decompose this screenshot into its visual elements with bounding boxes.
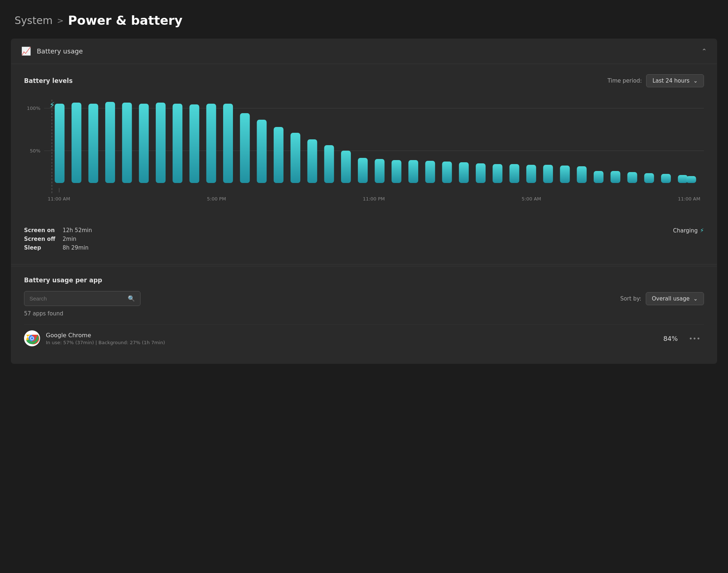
app-percent-chrome: 84% [663,335,678,342]
chevron-down-icon: ⌄ [693,77,698,84]
apps-found: 57 apps found [24,310,704,317]
battery-levels-header: Battery levels Time period: Last 24 hour… [24,74,704,87]
time-period-dropdown[interactable]: Last 24 hours ⌄ [646,74,704,87]
charging-label: Charging [673,227,698,234]
svg-rect-31 [560,166,570,183]
time-period-control: Time period: Last 24 hours ⌄ [608,74,704,87]
screen-off-value: 2min [63,236,76,242]
battery-levels-section: Battery levels Time period: Last 24 hour… [11,64,717,263]
svg-rect-39 [686,176,696,183]
sort-dropdown[interactable]: Overall usage ⌄ [646,292,704,305]
search-box[interactable]: 🔍 [24,291,141,306]
sort-label: Sort by: [620,295,641,302]
x-label-5am: 5:00 AM [522,196,541,202]
collapse-icon[interactable]: ⌃ [701,47,707,55]
battery-usage-label: Battery usage [37,47,83,55]
battery-usage-section-header[interactable]: 📈 Battery usage ⌃ [11,39,717,64]
app-more-button-chrome[interactable]: ••• [685,333,704,344]
svg-rect-10 [206,104,216,183]
svg-rect-26 [476,163,486,183]
svg-rect-21 [392,160,401,183]
battery-chart: 100% 50% ⚡ [24,96,704,220]
svg-rect-36 [644,173,654,183]
app-name-chrome: Google Chrome [46,332,663,339]
stats-left: Screen on 12h 52min Screen off 2min Slee… [24,227,92,251]
chart-svg: ⚡ [48,100,700,194]
sleep-row: Sleep 8h 29min [24,244,92,251]
breadcrumb: System > Power & battery [15,13,713,28]
screen-on-value: 12h 52min [63,227,92,234]
per-app-title: Battery usage per app [24,276,704,284]
search-input[interactable] [29,295,124,302]
svg-rect-6 [139,104,149,183]
svg-rect-38 [678,175,688,183]
svg-rect-14 [274,127,284,183]
svg-rect-2 [72,103,82,183]
svg-rect-32 [577,166,587,183]
svg-rect-5 [122,103,132,183]
svg-rect-34 [610,171,620,183]
svg-rect-7 [156,103,166,183]
svg-rect-15 [290,133,300,183]
svg-rect-16 [307,139,317,183]
svg-rect-28 [510,164,519,183]
svg-rect-27 [492,164,502,183]
sleep-label: Sleep [24,244,57,251]
svg-rect-19 [358,158,368,183]
app-detail-chrome: In use: 57% (37min) | Background: 27% (1… [46,340,663,345]
svg-rect-9 [189,104,199,183]
sort-value: Overall usage [652,295,690,302]
x-label-5pm: 5:00 PM [207,196,226,202]
svg-rect-33 [594,171,604,183]
app-info-chrome: Google Chrome In use: 57% (37min) | Back… [46,332,663,345]
page-header: System > Power & battery [0,0,728,39]
svg-rect-23 [425,161,435,183]
screen-off-label: Screen off [24,236,57,242]
page-title: Power & battery [68,13,183,28]
sort-control: Sort by: Overall usage ⌄ [620,292,704,305]
charging-badge: Charging ⚡ [673,227,704,234]
section-divider [11,264,717,264]
section-header-left: 📈 Battery usage [21,47,83,56]
svg-rect-35 [627,172,637,183]
svg-rect-1 [55,104,64,183]
x-label-11am2: 11:00 AM [678,196,700,202]
y-label-100: 100% [24,106,44,111]
svg-rect-8 [173,104,182,183]
svg-rect-13 [257,120,267,183]
search-icon: 🔍 [128,295,135,302]
battery-levels-title: Battery levels [24,77,73,84]
svg-rect-18 [341,151,351,183]
y-label-50: 50% [24,148,44,154]
battery-usage-card: 📈 Battery usage ⌃ Battery levels Time pe… [11,39,717,364]
screen-on-label: Screen on [24,227,57,234]
breadcrumb-arrow: > [57,16,63,25]
svg-rect-11 [223,104,233,183]
svg-rect-17 [324,145,334,183]
svg-rect-22 [408,160,418,183]
time-period-value: Last 24 hours [652,77,689,84]
x-axis: 11:00 AM 5:00 PM 11:00 PM 5:00 AM 11:00 … [48,192,700,205]
breadcrumb-system[interactable]: System [15,15,52,27]
screen-on-row: Screen on 12h 52min [24,227,92,234]
svg-rect-12 [240,113,250,183]
app-item-chrome: Google Chrome In use: 57% (37min) | Back… [24,324,704,352]
battery-usage-icon: 📈 [21,47,31,56]
sleep-value: 8h 29min [63,244,88,251]
svg-rect-25 [459,162,469,183]
svg-point-44 [31,337,33,340]
svg-rect-3 [88,104,98,183]
charging-lightning-icon: ⚡ [700,227,704,234]
svg-rect-37 [661,174,671,183]
x-label-11am: 11:00 AM [48,196,70,202]
svg-rect-4 [105,102,115,183]
time-period-label: Time period: [608,77,642,84]
usage-stats: Screen on 12h 52min Screen off 2min Slee… [24,227,704,251]
app-list: Google Chrome In use: 57% (37min) | Back… [24,324,704,352]
per-app-controls: 🔍 Sort by: Overall usage ⌄ [24,291,704,306]
svg-rect-30 [543,165,553,183]
screen-off-row: Screen off 2min [24,236,92,242]
chevron-down-icon: ⌄ [693,295,698,302]
per-app-section: Battery usage per app 🔍 Sort by: Overall… [11,266,717,364]
svg-rect-29 [526,165,536,183]
